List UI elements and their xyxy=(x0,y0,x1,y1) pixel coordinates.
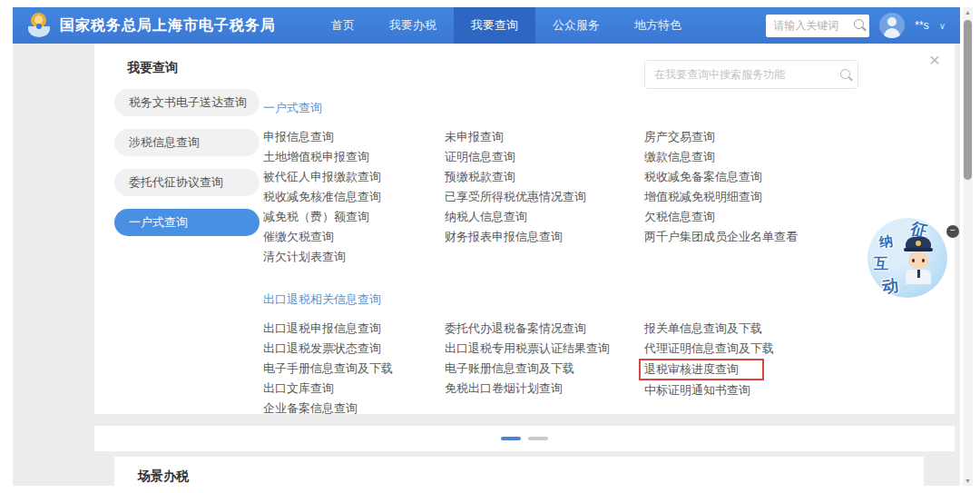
next-section-title: 场景办税 xyxy=(138,468,189,485)
mascot-char: 纳 xyxy=(878,232,894,251)
menu-link[interactable]: 中标证明通知书查询 xyxy=(644,380,750,400)
sidebar-title: 我要查询 xyxy=(127,60,258,76)
chevron-down-icon[interactable]: ∨ xyxy=(939,21,946,31)
menu-link[interactable]: 出口退税专用税票认证结果查询 xyxy=(445,339,610,359)
scrollbar-thumb[interactable] xyxy=(964,20,972,180)
menu-link[interactable]: 减免税（费）额查询 xyxy=(263,207,369,227)
menu-link[interactable]: 未申报查询 xyxy=(445,127,504,147)
menu-link[interactable]: 清欠计划表查询 xyxy=(263,247,346,267)
sidebar-item-entrusted-collection-query[interactable]: 委托代征协议查询 xyxy=(114,169,260,196)
menu-link[interactable]: 财务报表申报信息查询 xyxy=(445,227,563,247)
menu-link[interactable]: 申报信息查询 xyxy=(263,127,334,147)
mascot-char: 动 xyxy=(881,274,899,298)
menu-link[interactable]: 企业备案信息查询 xyxy=(263,399,358,419)
panel-search-input[interactable] xyxy=(645,61,858,88)
links-column: 申报信息查询 土地增值税申报查询 被代征人申报缴款查询 税收减免核准信息查询 减… xyxy=(263,127,445,267)
carousel-strip xyxy=(94,426,955,451)
menu-link[interactable]: 税收减免备案信息查询 xyxy=(644,167,762,187)
links-column: 委托代办退税备案情况查询 出口退税专用税票认证结果查询 电子账册信息查询及下载 … xyxy=(445,319,644,399)
menu-sections: 一户式查询 申报信息查询 土地增值税申报查询 被代征人申报缴款查询 税收减免核准… xyxy=(263,100,940,419)
menu-link-refund-review-progress-highlighted[interactable]: 退税审核进度查询 xyxy=(639,359,764,380)
nav-i-want-to-handle-tax[interactable]: 我要办税 xyxy=(372,7,454,44)
menu-link[interactable]: 出口退税发票状态查询 xyxy=(263,339,381,359)
menu-link[interactable]: 税收减免核准信息查询 xyxy=(263,187,381,207)
search-icon[interactable] xyxy=(854,19,864,29)
query-mega-menu: × 我要查询 税务文书电子送达查询 涉税信息查询 委托代征协议查询 一户式查询 … xyxy=(94,44,955,414)
search-icon[interactable] xyxy=(840,69,850,79)
top-header: 国家税务总局上海市电子税务局 首页 我要办税 我要查询 公众服务 地方特色 **… xyxy=(13,7,960,44)
query-sidebar: 我要查询 税务文书电子送达查询 涉税信息查询 委托代征协议查询 一户式查询 xyxy=(94,44,258,236)
menu-link[interactable]: 代理证明信息查询及下载 xyxy=(644,339,774,359)
sidebar-item-document-edelivery-query[interactable]: 税务文书电子送达查询 xyxy=(114,89,260,116)
section-title[interactable]: 一户式查询 xyxy=(263,100,940,116)
menu-link[interactable]: 增值税减免税明细查询 xyxy=(644,187,762,207)
links-column: 出口退税申报信息查询 出口退税发票状态查询 电子手册信息查询及下载 出口文库查询… xyxy=(263,319,445,419)
tax-portal-page: 国家税务总局上海市电子税务局 首页 我要办税 我要查询 公众服务 地方特色 **… xyxy=(13,7,960,486)
tax-bureau-logo-icon xyxy=(27,12,51,39)
carousel-dot[interactable] xyxy=(528,437,548,440)
minimize-icon[interactable]: − xyxy=(946,225,959,238)
browser-window: 国家税务总局上海市电子税务局 首页 我要办税 我要查询 公众服务 地方特色 **… xyxy=(0,0,980,493)
menu-link[interactable]: 预缴税款查询 xyxy=(445,167,515,187)
menu-link[interactable]: 已享受所得税优惠情况查询 xyxy=(445,187,586,207)
mega-menu-content: 一户式查询 申报信息查询 土地增值税申报查询 被代征人申报缴款查询 税收减免核准… xyxy=(263,44,955,414)
menu-link[interactable]: 房产交易查询 xyxy=(644,127,715,147)
menu-link[interactable]: 委托代办退税备案情况查询 xyxy=(445,319,586,339)
menu-link[interactable]: 两千户集团成员企业名单查看 xyxy=(644,227,798,247)
nav-i-want-to-query[interactable]: 我要查询 xyxy=(454,7,535,44)
mascot-widget[interactable]: 征 纳 互 动 xyxy=(867,218,947,298)
site-title: 国家税务总局上海市电子税务局 xyxy=(60,16,276,35)
scrollbar-down-icon[interactable]: ▼ xyxy=(963,478,973,484)
section-export-tax-refund-query: 出口退税相关信息查询 出口退税申报信息查询 出口退税发票状态查询 电子手册信息查… xyxy=(263,291,940,419)
nav-home[interactable]: 首页 xyxy=(314,7,372,44)
menu-link[interactable]: 免税出口卷烟计划查询 xyxy=(445,379,563,399)
mascot-char: 互 xyxy=(874,255,888,274)
menu-link[interactable]: 被代征人申报缴款查询 xyxy=(263,167,381,187)
section-title[interactable]: 出口退税相关信息查询 xyxy=(263,291,940,308)
links-column: 未申报查询 证明信息查询 预缴税款查询 已享受所得税优惠情况查询 纳税人信息查询… xyxy=(445,127,644,247)
header-right: **s ∨ xyxy=(766,13,960,38)
carousel-dot-active[interactable] xyxy=(501,437,521,440)
menu-link[interactable]: 催缴欠税查询 xyxy=(263,227,334,247)
menu-link[interactable]: 电子账册信息查询及下载 xyxy=(445,359,574,379)
nav-local-features[interactable]: 地方特色 xyxy=(617,7,699,44)
username-label[interactable]: **s xyxy=(915,19,928,32)
menu-link[interactable]: 出口文库查询 xyxy=(263,379,334,399)
menu-link[interactable]: 证明信息查询 xyxy=(445,147,515,167)
menu-link[interactable]: 土地增值税申报查询 xyxy=(263,147,369,167)
menu-link[interactable]: 出口退税申报信息查询 xyxy=(263,319,381,339)
links-column: 报关单信息查询及下载 代理证明信息查询及下载 退税审核进度查询 中标证明通知书查… xyxy=(644,319,940,400)
scrollbar-up-icon[interactable]: ▲ xyxy=(963,9,973,15)
menu-link[interactable]: 纳税人信息查询 xyxy=(445,207,527,227)
mascot-officer-icon xyxy=(901,237,937,290)
menu-link[interactable]: 报关单信息查询及下载 xyxy=(644,319,762,339)
user-avatar[interactable] xyxy=(879,13,905,38)
next-section-panel: 场景办税 xyxy=(114,457,924,486)
nav-public-services[interactable]: 公众服务 xyxy=(535,7,617,44)
vertical-scrollbar[interactable]: ▲ ▼ xyxy=(963,7,973,486)
menu-link[interactable]: 欠税信息查询 xyxy=(644,207,715,227)
section-one-account-query: 一户式查询 申报信息查询 土地增值税申报查询 被代征人申报缴款查询 税收减免核准… xyxy=(263,100,940,267)
header-search-box xyxy=(766,15,869,37)
sidebar-item-tax-info-query[interactable]: 涉税信息查询 xyxy=(114,129,260,156)
main-nav: 首页 我要办税 我要查询 公众服务 地方特色 xyxy=(314,7,699,44)
menu-link[interactable]: 缴款信息查询 xyxy=(644,147,715,167)
menu-link[interactable]: 电子手册信息查询及下载 xyxy=(263,359,393,379)
sidebar-item-one-account-query[interactable]: 一户式查询 xyxy=(114,209,260,236)
panel-search-box xyxy=(644,60,858,89)
